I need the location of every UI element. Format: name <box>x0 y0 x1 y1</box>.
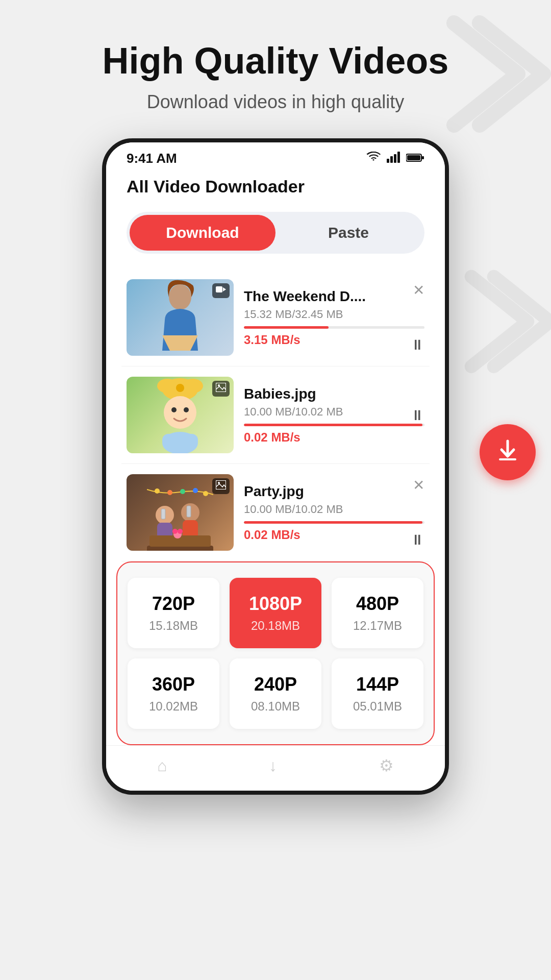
item-speed-2: 0.02 MB/s <box>244 430 424 445</box>
phone-container: 9:41 AM <box>0 138 551 795</box>
item-details-1: The Weekend D.... 15.32 MB/32.45 MB 3.15… <box>244 288 424 347</box>
battery-icon <box>406 152 424 165</box>
status-time: 9:41 AM <box>127 151 177 166</box>
status-bar: 9:41 AM <box>106 142 445 172</box>
progress-bar-bg-2 <box>244 424 424 426</box>
item-name-2: Babies.jpg <box>244 386 424 402</box>
progress-bar-fill-3 <box>244 521 422 524</box>
svg-point-35 <box>172 529 178 534</box>
quality-res-360p: 360P <box>133 674 214 695</box>
image-badge-2 <box>212 381 230 397</box>
svg-point-23 <box>180 489 185 494</box>
app-header: All Video Downloader <box>106 172 445 207</box>
item-pause-btn-2[interactable]: ⏸ <box>410 397 424 433</box>
quality-card-720p[interactable]: 720P 15.18MB <box>128 578 219 648</box>
item-size-1: 15.32 MB/32.45 MB <box>244 308 424 321</box>
svg-rect-18 <box>162 434 198 447</box>
bottom-navigation: ⌂ ↓ ⚙ <box>106 745 445 791</box>
quality-card-144p[interactable]: 144P 05.01MB <box>332 658 423 729</box>
svg-point-22 <box>167 490 172 495</box>
progress-bar-fill-1 <box>244 326 329 329</box>
download-list: The Weekend D.... 15.32 MB/32.45 MB 3.15… <box>106 269 445 561</box>
quality-card-1080p[interactable]: 1080P 20.18MB <box>230 578 321 648</box>
tab-download[interactable]: Download <box>130 215 276 251</box>
tab-container: Download Paste <box>127 212 424 254</box>
item-size-2: 10.00 MB/10.02 MB <box>244 405 424 419</box>
quality-panel: 720P 15.18MB 1080P 20.18MB 480P 12.17MB … <box>116 561 435 745</box>
svg-point-36 <box>178 529 183 534</box>
quality-card-240p[interactable]: 240P 08.10MB <box>230 658 321 729</box>
svg-point-24 <box>193 488 198 493</box>
svg-rect-3 <box>397 152 400 163</box>
phone-frame: 9:41 AM <box>102 138 449 795</box>
home-icon[interactable]: ⌂ <box>157 756 167 775</box>
progress-bar-bg-3 <box>244 521 424 524</box>
baby-icon <box>147 377 213 453</box>
svg-marker-9 <box>223 287 226 291</box>
svg-rect-8 <box>216 286 222 292</box>
svg-rect-2 <box>394 154 396 163</box>
quality-card-480p[interactable]: 480P 12.17MB <box>332 578 423 648</box>
party-icon <box>147 474 213 551</box>
quality-size-480p: 12.17MB <box>337 619 418 633</box>
downloads-icon[interactable]: ↓ <box>269 756 277 775</box>
thumbnail-3 <box>127 474 234 551</box>
quality-grid: 720P 15.18MB 1080P 20.18MB 480P 12.17MB … <box>128 578 423 729</box>
svg-rect-6 <box>407 155 420 160</box>
item-size-3: 10.00 MB/10.02 MB <box>244 503 424 516</box>
tab-paste[interactable]: Paste <box>276 215 421 251</box>
quality-res-1080p: 1080P <box>235 593 316 615</box>
progress-bar-bg-1 <box>244 326 424 329</box>
item-pause-btn-3[interactable]: ⏸ <box>410 531 424 548</box>
svg-rect-0 <box>387 159 389 163</box>
app-title: All Video Downloader <box>127 177 424 197</box>
svg-point-12 <box>183 379 203 393</box>
item-close-btn-3[interactable]: ✕ <box>413 477 424 494</box>
download-item-2: Babies.jpg 10.00 MB/10.02 MB 0.02 MB/s ⏸ <box>121 366 430 464</box>
item-name-3: Party.jpg <box>244 483 424 500</box>
quality-size-144p: 05.01MB <box>337 699 418 714</box>
download-item: The Weekend D.... 15.32 MB/32.45 MB 3.15… <box>121 269 430 366</box>
fab-download-icon <box>495 437 520 468</box>
svg-point-15 <box>171 407 177 412</box>
svg-point-11 <box>157 379 178 393</box>
status-icons <box>366 152 424 166</box>
svg-rect-1 <box>390 156 393 163</box>
quality-res-480p: 480P <box>337 593 418 615</box>
page-title: High Quality Videos <box>31 41 520 81</box>
svg-rect-5 <box>422 156 424 159</box>
wifi-icon <box>366 152 381 166</box>
quality-res-240p: 240P <box>235 674 316 695</box>
quality-res-720p: 720P <box>133 593 214 615</box>
image-badge-3 <box>212 478 230 494</box>
quality-size-1080p: 20.18MB <box>235 619 316 633</box>
svg-point-13 <box>176 384 184 392</box>
quality-res-144p: 144P <box>337 674 418 695</box>
thumbnail-1 <box>127 279 234 356</box>
svg-rect-30 <box>161 509 165 519</box>
thumbnail-2 <box>127 377 234 453</box>
settings-icon[interactable]: ⚙ <box>379 756 394 775</box>
quality-card-360p[interactable]: 360P 10.02MB <box>128 658 219 729</box>
quality-size-720p: 15.18MB <box>133 619 214 633</box>
svg-rect-31 <box>187 506 191 517</box>
quality-size-240p: 08.10MB <box>235 699 316 714</box>
svg-point-25 <box>203 491 208 496</box>
svg-point-7 <box>169 284 191 310</box>
video-badge <box>212 283 230 298</box>
page-subtitle: Download videos in high quality <box>31 91 520 113</box>
quality-size-360p: 10.02MB <box>133 699 214 714</box>
item-close-btn-1[interactable]: ✕ <box>413 282 424 299</box>
fab-download-button[interactable] <box>480 424 536 480</box>
item-details-3: Party.jpg 10.00 MB/10.02 MB 0.02 MB/s <box>244 483 424 542</box>
item-pause-btn-1[interactable]: ⏸ <box>410 336 424 353</box>
person-silhouette-icon <box>149 279 211 356</box>
header-section: High Quality Videos Download videos in h… <box>0 0 551 138</box>
download-item-3: Party.jpg 10.00 MB/10.02 MB 0.02 MB/s ✕ … <box>121 464 430 561</box>
svg-point-16 <box>184 407 189 412</box>
progress-bar-fill-2 <box>244 424 422 426</box>
svg-point-21 <box>155 488 160 494</box>
svg-point-14 <box>164 396 196 429</box>
item-speed-1: 3.15 MB/s <box>244 333 424 347</box>
item-details-2: Babies.jpg 10.00 MB/10.02 MB 0.02 MB/s <box>244 386 424 445</box>
